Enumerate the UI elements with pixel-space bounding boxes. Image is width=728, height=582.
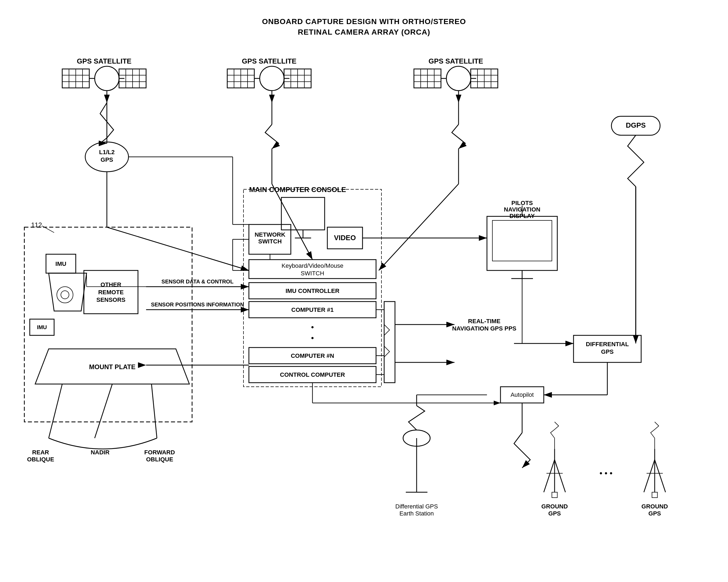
svg-text:GPS: GPS [548,510,561,517]
svg-line-139 [272,184,312,260]
svg-text:GROUND: GROUND [541,503,568,510]
svg-text:COMPUTER #1: COMPUTER #1 [291,307,334,313]
svg-point-122 [57,287,73,303]
svg-rect-94 [487,216,557,270]
svg-text:DIFFERENTIAL: DIFFERENTIAL [586,341,629,347]
svg-text:SENSOR POSITIONS INFORMATION: SENSOR POSITIONS INFORMATION [151,301,244,308]
svg-line-167 [655,460,666,492]
svg-text:REMOTE: REMOTE [98,289,124,296]
svg-rect-169 [652,492,657,498]
svg-line-143 [95,384,112,438]
svg-text:REAR: REAR [32,449,49,456]
svg-point-9 [95,66,119,90]
svg-text:CONTROL COMPUTER: CONTROL COMPUTER [280,371,345,378]
svg-text:GPS: GPS [648,510,661,517]
svg-text:GROUND: GROUND [642,503,668,510]
svg-text:VIDEO: VIDEO [334,234,356,242]
svg-text:•: • [311,334,314,342]
svg-text:•: • [311,323,314,332]
svg-text:MOUNT PLATE: MOUNT PLATE [89,363,135,371]
diagram-container: ONBOARD CAPTURE DESIGN WITH ORTHO/STEREO… [0,0,728,582]
svg-text:SWITCH: SWITCH [258,238,282,245]
svg-text:IMU CONTROLLER: IMU CONTROLLER [285,288,339,294]
svg-text:SWITCH: SWITCH [301,270,324,277]
svg-text:GPS SATELLITE: GPS SATELLITE [77,57,131,65]
svg-text:Autopilot: Autopilot [511,391,534,398]
diagram-svg: GPS SATELLITE GPS SATELLITE [0,0,728,582]
svg-text:Differential GPS: Differential GPS [395,503,438,510]
svg-line-158 [554,460,565,492]
svg-text:GPS: GPS [601,348,614,355]
svg-text:GPS SATELLITE: GPS SATELLITE [242,57,296,65]
svg-point-123 [61,291,69,299]
svg-text:L1/L2: L1/L2 [99,149,114,156]
svg-point-43 [446,66,471,90]
svg-rect-95 [492,220,552,261]
svg-line-141 [379,184,459,270]
svg-line-142 [49,384,62,438]
svg-line-144 [152,384,157,438]
svg-text:OBLIQUE: OBLIQUE [27,456,54,463]
svg-text:DGPS: DGPS [626,121,646,129]
svg-text:NADIR: NADIR [90,449,109,456]
svg-text:NETWORK: NETWORK [255,231,285,238]
svg-line-137 [107,227,249,270]
svg-text:IMU: IMU [55,260,66,267]
svg-text:IMU: IMU [37,324,47,330]
svg-text:PILOTS: PILOTS [511,200,533,206]
svg-text:•  •  •: • • • [599,469,613,478]
svg-text:OBLIQUE: OBLIQUE [146,456,173,463]
svg-text:GPS: GPS [101,156,113,163]
svg-rect-160 [552,492,557,498]
svg-text:SENSOR DATA & CONTROL: SENSOR DATA & CONTROL [161,279,233,285]
svg-line-166 [644,460,655,492]
svg-text:OTHER: OTHER [101,281,122,288]
svg-rect-114 [24,227,192,422]
svg-text:REAL-TIME: REAL-TIME [468,318,500,324]
svg-text:112: 112 [31,221,42,229]
svg-point-26 [260,66,284,90]
svg-line-157 [544,460,554,492]
svg-text:NAVIGATION GPS PPS: NAVIGATION GPS PPS [452,325,516,332]
svg-text:Earth Station: Earth Station [399,510,434,517]
svg-text:GPS SATELLITE: GPS SATELLITE [428,57,483,65]
svg-text:FORWARD: FORWARD [144,449,175,456]
svg-rect-86 [384,301,395,383]
svg-text:COMPUTER #N: COMPUTER #N [291,352,334,359]
svg-text:Keyboard/Video/Mouse: Keyboard/Video/Mouse [282,262,343,269]
svg-text:SENSORS: SENSORS [96,296,126,303]
